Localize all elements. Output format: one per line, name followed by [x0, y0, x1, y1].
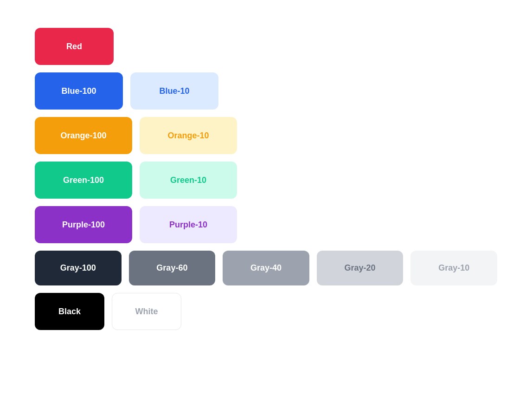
chip-black[interactable]: Black [35, 293, 104, 330]
chip-gray-20[interactable]: Gray-20 [317, 251, 404, 285]
green-row: Green-100 Green-10 [35, 162, 497, 199]
chip-blue-100[interactable]: Blue-100 [35, 72, 123, 110]
chip-orange-100[interactable]: Orange-100 [35, 117, 132, 154]
chip-gray-60[interactable]: Gray-60 [129, 251, 216, 285]
chip-blue-10[interactable]: Blue-10 [130, 72, 218, 110]
chip-purple-100[interactable]: Purple-100 [35, 206, 132, 243]
gray-row: Gray-100 Gray-60 Gray-40 Gray-20 Gray-10 [35, 251, 497, 285]
orange-row: Orange-100 Orange-10 [35, 117, 497, 154]
chip-red[interactable]: Red [35, 28, 114, 65]
chip-gray-100[interactable]: Gray-100 [35, 251, 122, 285]
chip-green-100[interactable]: Green-100 [35, 162, 132, 199]
chip-orange-10[interactable]: Orange-10 [140, 117, 237, 154]
black-white-row: Black White [35, 293, 497, 330]
color-palette: Red Blue-100 Blue-10 Orange-100 Orange-1… [0, 0, 532, 358]
chip-gray-40[interactable]: Gray-40 [223, 251, 309, 285]
blue-row: Blue-100 Blue-10 [35, 72, 497, 110]
chip-purple-10[interactable]: Purple-10 [140, 206, 237, 243]
chip-white[interactable]: White [112, 293, 181, 330]
red-row: Red [35, 28, 497, 65]
chip-green-10[interactable]: Green-10 [140, 162, 237, 199]
purple-row: Purple-100 Purple-10 [35, 206, 497, 243]
chip-gray-10[interactable]: Gray-10 [410, 251, 497, 285]
